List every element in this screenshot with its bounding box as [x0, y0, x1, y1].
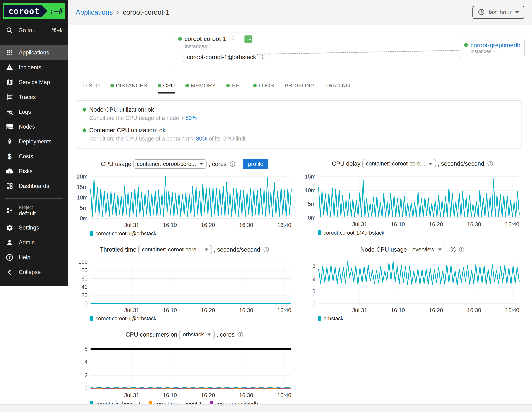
app-card-coroot-coroot-1[interactable]: coroot-coroot-1 :~# instances:1 coroot-c…	[174, 33, 256, 66]
app-card-coroot-greptimedb[interactable]: coroot-greptimedb instances:1	[460, 39, 525, 57]
tab-instances[interactable]: INSTANCES	[110, 83, 147, 94]
container-selector-dropdown[interactable]: container: coroot-coro...	[362, 159, 436, 169]
cpu-usage-plot[interactable]: Jul 3116:1016:2016:3016:400m5m10m15m20m	[76, 172, 293, 229]
threshold-link[interactable]: 80%	[185, 115, 197, 121]
rocket-icon	[5, 137, 14, 146]
svg-text:80: 80	[81, 267, 88, 273]
tab-memory[interactable]: MEMORY	[185, 83, 216, 94]
svg-text:Jul 31: Jul 31	[352, 221, 367, 227]
kebab-menu-icon[interactable]	[260, 55, 266, 60]
container-selector-dropdown[interactable]: container: coroot-coro...	[133, 159, 207, 169]
throttled-time-plot[interactable]: Jul 3116:1016:2016:3016:40020406080100	[76, 257, 293, 314]
sidebar-item-help[interactable]: ?Help	[0, 250, 68, 265]
project-selector[interactable]: Project default	[0, 201, 68, 220]
chart-title: Node CPU usage	[361, 246, 407, 253]
svg-text:4: 4	[85, 359, 88, 365]
coroot-logo-wordmark: coroot	[4, 5, 48, 17]
person-icon	[5, 238, 14, 247]
legend-item[interactable]: coroot-coroot-1@orbstack	[90, 231, 156, 237]
upstream-app-link[interactable]: coroot-greptimedb	[470, 42, 520, 49]
chevron-left-icon	[5, 268, 14, 276]
sidebar-item-label: Incidents	[19, 64, 41, 71]
sidebar-divider	[5, 198, 63, 199]
legend-label: coroot-coroot-1@orbstack	[95, 316, 156, 322]
node-cpu-usage-plot[interactable]: Jul 3116:1016:2016:3016:400123	[304, 257, 521, 314]
info-icon[interactable]	[458, 246, 465, 253]
cpu-consumers-plot[interactable]: Jul 3116:1016:2016:3016:400246	[76, 342, 293, 399]
sidebar-item-collapse[interactable]: Collapse	[0, 265, 68, 280]
svg-text:16:20: 16:20	[201, 392, 215, 398]
sidebar-item-service-map[interactable]: Service Map	[0, 75, 68, 90]
tab-label: CPU	[163, 83, 175, 89]
tab-status-dot	[83, 84, 87, 87]
svg-text:16:30: 16:30	[467, 221, 481, 227]
info-icon[interactable]	[487, 161, 493, 167]
svg-text:Jul 31: Jul 31	[352, 307, 367, 313]
sidebar-item-risks[interactable]: Risks	[0, 164, 68, 179]
sidebar-item-admin[interactable]: Admin	[0, 235, 68, 250]
chart-title: CPU usage	[101, 161, 131, 168]
svg-text:16:40: 16:40	[277, 222, 291, 228]
sidebar-item-label: Help	[19, 254, 30, 261]
chart-cpu-delay: CPU delay container: coroot-coro... , se…	[304, 159, 521, 237]
threshold-link[interactable]: 80%	[196, 135, 207, 142]
svg-text:5m: 5m	[308, 201, 316, 207]
svg-text:16:30: 16:30	[467, 307, 481, 313]
legend-item[interactable]: orbstack	[318, 316, 343, 322]
sidebar-item-incidents[interactable]: Incidents	[0, 60, 68, 75]
cpu-delay-plot[interactable]: Jul 3116:1016:2016:3016:400m5m10m15m	[304, 171, 521, 228]
legend-item[interactable]: coroot-coroot-1@orbstack	[90, 316, 156, 322]
tab-status-dot	[226, 84, 230, 87]
search-icon	[5, 26, 14, 35]
map-icon	[5, 78, 14, 86]
sidebar-item-costs[interactable]: $Costs	[0, 149, 68, 164]
instance-pill-orbstack[interactable]: coroot-coroot-1@orbstack	[183, 52, 269, 62]
svg-text:10m: 10m	[305, 187, 316, 194]
tab-tracing[interactable]: TRACING	[325, 83, 350, 94]
legend-item[interactable]: coroot-coroot-1@orbstack	[318, 230, 384, 236]
overview-selector-dropdown[interactable]: overview	[408, 245, 445, 254]
sidebar-divider	[5, 42, 63, 42]
chart-legend: coroot-coroot-1@orbstack	[90, 316, 293, 322]
chart-legend: coroot-coroot-1@orbstack	[318, 230, 521, 236]
svg-text:15m: 15m	[305, 173, 316, 180]
sidebar-item-label: Risks	[19, 168, 33, 175]
time-range-selector[interactable]: last hour	[473, 6, 524, 19]
breadcrumb-current: coroot-coroot-1	[123, 9, 170, 16]
sidebar-item-dashboards[interactable]: Dashboards	[0, 179, 68, 194]
sidebar-item-traces[interactable]: Traces	[0, 90, 68, 104]
tab-logs[interactable]: LOGS	[253, 83, 274, 94]
sidebar-item-nodes[interactable]: Nodes	[0, 119, 68, 134]
check-ok-dot	[83, 108, 86, 112]
sidebar-item-logs[interactable]: Logs	[0, 104, 68, 119]
main-content: Applications › coroot-coroot-1 last hour…	[68, 0, 532, 412]
container-selector-dropdown[interactable]: container: coroot-coro...	[138, 245, 212, 254]
chart-cpu-consumers: CPU consumers on orbstack , cores Jul 31…	[76, 330, 293, 412]
svg-text:0m: 0m	[80, 215, 88, 222]
legend-swatch	[318, 316, 321, 321]
tab-slo[interactable]: SLO	[83, 83, 100, 94]
profile-button[interactable]: profile	[243, 159, 268, 169]
info-icon[interactable]	[263, 246, 269, 253]
legend-swatch	[90, 231, 93, 236]
coroot-logo[interactable]: coroot :~#	[3, 3, 65, 19]
tab-profiling[interactable]: PROFILING	[285, 83, 315, 94]
info-icon[interactable]	[238, 331, 244, 338]
chart-unit-suffix: , cores	[217, 331, 235, 338]
info-icon[interactable]	[229, 161, 236, 167]
go-to-search[interactable]: Go to... ⌘+k	[0, 22, 68, 39]
clock-icon	[478, 8, 485, 16]
breadcrumb-applications-link[interactable]: Applications	[76, 9, 113, 16]
svg-text:?: ?	[8, 255, 11, 260]
node-selector-dropdown[interactable]: orbstack	[179, 330, 215, 339]
tab-label: INSTANCES	[116, 83, 147, 89]
sidebar-item-applications[interactable]: Applications	[0, 45, 68, 60]
sidebar-item-deployments[interactable]: Deployments	[0, 134, 68, 149]
terminal-badge[interactable]: :~#	[245, 36, 252, 43]
kebab-menu-icon[interactable]	[230, 36, 236, 41]
sidebar-item-settings[interactable]: Settings	[0, 220, 68, 235]
chart-cpu-usage-header: CPU usage container: coroot-coro... , co…	[76, 159, 293, 169]
svg-text:0: 0	[85, 300, 88, 307]
tab-net[interactable]: NET	[226, 83, 243, 94]
tab-cpu[interactable]: CPU	[158, 83, 175, 94]
